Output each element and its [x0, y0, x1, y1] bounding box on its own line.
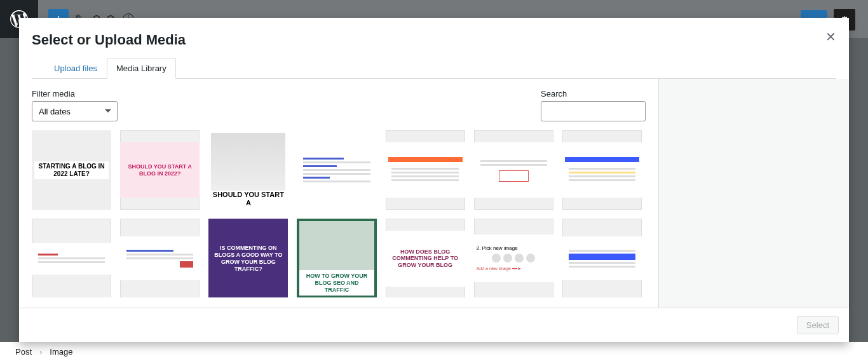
media-item[interactable]: HOW TO GROW YOUR BLOG SEO AND TRAFFIC	[297, 219, 376, 297]
media-grid: STARTING A BLOG IN 2022 LATE? SHOULD YOU…	[32, 130, 642, 297]
media-caption: SHOULD YOU START A	[211, 191, 285, 207]
media-grid-scroll[interactable]: STARTING A BLOG IN 2022 LATE? SHOULD YOU…	[32, 130, 646, 297]
media-item[interactable]	[474, 130, 553, 210]
media-item[interactable]	[32, 219, 111, 297]
block-breadcrumb: Post › Image	[0, 342, 868, 361]
media-item[interactable]: HOW DOES BLOG COMMENTING HELP TO GROW YO…	[386, 219, 465, 297]
search-label: Search	[541, 89, 646, 99]
media-item[interactable]	[386, 130, 465, 210]
tab-upload-files[interactable]: Upload files	[44, 58, 107, 79]
attachment-details-sidebar	[658, 79, 849, 308]
media-pane: Filter media All dates Search STARTING A…	[19, 79, 658, 308]
media-item[interactable]	[562, 219, 642, 297]
media-caption: SHOULD YOU START A BLOG IN 2022?	[120, 142, 200, 198]
filters-bar: Filter media All dates Search	[32, 89, 646, 121]
media-item[interactable]	[297, 130, 376, 210]
media-item[interactable]: IS COMMENTING ON BLOGS A GOOD WAY TO GRO…	[208, 219, 288, 297]
modal-body: Filter media All dates Search STARTING A…	[19, 79, 849, 308]
media-item[interactable]: 2. Pick new imageAdd a new image ━━➤	[474, 219, 553, 297]
media-item[interactable]: STARTING A BLOG IN 2022 LATE?	[32, 130, 111, 210]
breadcrumb-image[interactable]: Image	[50, 347, 72, 357]
media-caption: IS COMMENTING ON BLOGS A GOOD WAY TO GRO…	[208, 219, 288, 297]
media-caption: HOW TO GROW YOUR BLOG SEO AND TRAFFIC	[299, 270, 374, 296]
filter-date-select[interactable]: All dates	[32, 101, 118, 121]
modal-title: Select or Upload Media	[32, 32, 836, 48]
select-button[interactable]: Select	[797, 316, 839, 334]
media-item[interactable]	[562, 130, 642, 210]
modal-footer: Select	[19, 308, 849, 342]
search-input[interactable]	[541, 101, 646, 121]
media-caption: STARTING A BLOG IN 2022 LATE?	[34, 161, 109, 179]
tab-media-library[interactable]: Media Library	[107, 58, 176, 79]
modal-header: Select or Upload Media Upload files Medi…	[19, 18, 849, 79]
media-caption: HOW DOES BLOG COMMENTING HELP TO GROW YO…	[386, 231, 465, 287]
media-item[interactable]: SHOULD YOU START A	[208, 130, 288, 210]
breadcrumb-post[interactable]: Post	[15, 347, 32, 357]
modal-tabs: Upload files Media Library	[32, 57, 836, 79]
media-modal: ✕ Select or Upload Media Upload files Me…	[19, 18, 849, 342]
media-item[interactable]: SHOULD YOU START A BLOG IN 2022?	[120, 130, 200, 210]
chevron-right-icon: ›	[39, 347, 42, 357]
media-item[interactable]	[120, 219, 200, 297]
media-caption: 2. Pick new image	[477, 245, 551, 252]
close-button[interactable]: ✕	[825, 29, 836, 44]
filter-media-label: Filter media	[32, 89, 118, 99]
filter-media-group: Filter media All dates	[32, 89, 118, 121]
close-icon: ✕	[825, 30, 836, 44]
search-group: Search	[541, 89, 646, 121]
